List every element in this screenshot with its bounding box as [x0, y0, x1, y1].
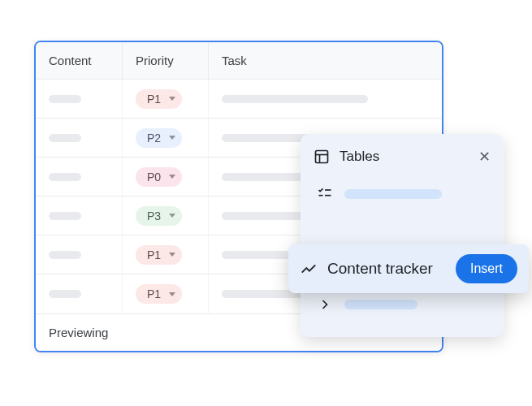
highlight-label: Content tracker [327, 260, 446, 278]
table-row[interactable]: P1 [36, 80, 442, 119]
priority-label: P2 [147, 132, 161, 145]
chevron-down-icon [169, 214, 175, 218]
cell-priority[interactable]: P2 [122, 119, 208, 157]
content-placeholder [49, 95, 81, 103]
content-placeholder [49, 134, 81, 142]
menu-item-checklist[interactable] [314, 178, 491, 210]
priority-chip[interactable]: P2 [136, 128, 182, 148]
cell-content[interactable] [36, 274, 122, 313]
cell-task[interactable] [208, 80, 442, 118]
chevron-down-icon [169, 253, 175, 257]
chevron-down-icon [169, 97, 175, 101]
priority-chip[interactable]: P1 [136, 89, 182, 109]
priority-chip[interactable]: P0 [136, 167, 182, 187]
cell-priority[interactable]: P3 [122, 197, 208, 235]
table-grid-icon [314, 149, 330, 165]
priority-chip[interactable]: P3 [136, 206, 182, 226]
content-placeholder [49, 251, 81, 259]
priority-chip[interactable]: P1 [136, 245, 182, 265]
content-placeholder [49, 173, 81, 181]
svg-rect-0 [316, 151, 328, 163]
cell-content[interactable] [36, 119, 122, 157]
menu-item-placeholder [344, 189, 442, 199]
chevron-down-icon [169, 136, 175, 140]
trend-line-icon [300, 260, 318, 278]
menu-title: Tables [340, 149, 379, 165]
tables-menu-panel: Tables ✕ [301, 134, 504, 337]
table-header: Content Priority Task [36, 42, 442, 80]
cell-content[interactable] [36, 235, 122, 274]
chevron-down-icon [169, 175, 175, 179]
menu-header: Tables ✕ [314, 149, 491, 165]
cell-priority[interactable]: P0 [122, 158, 208, 196]
column-header-content[interactable]: Content [36, 42, 122, 79]
menu-item-more[interactable] [314, 288, 491, 321]
priority-label: P0 [147, 171, 161, 184]
cell-priority[interactable]: P1 [122, 235, 208, 274]
menu-item-content-tracker[interactable]: Content tracker Insert [288, 244, 529, 293]
priority-label: P1 [147, 287, 161, 300]
priority-label: P1 [147, 93, 161, 106]
priority-label: P3 [147, 209, 161, 222]
priority-chip[interactable]: P1 [136, 284, 182, 304]
content-placeholder [49, 290, 81, 298]
cell-content[interactable] [36, 197, 122, 235]
menu-item-placeholder [344, 300, 417, 309]
insert-button[interactable]: Insert [456, 254, 517, 283]
cell-content[interactable] [36, 80, 122, 118]
close-icon[interactable]: ✕ [478, 149, 491, 164]
chevron-right-icon [317, 296, 333, 313]
cell-priority[interactable]: P1 [122, 80, 208, 118]
column-header-priority[interactable]: Priority [122, 42, 208, 79]
task-placeholder [222, 95, 368, 103]
cell-priority[interactable]: P1 [122, 274, 208, 313]
chevron-down-icon [169, 292, 175, 296]
priority-label: P1 [147, 248, 161, 261]
content-placeholder [49, 212, 81, 220]
cell-content[interactable] [36, 158, 122, 196]
column-header-task[interactable]: Task [208, 42, 442, 79]
checklist-icon [317, 186, 333, 202]
